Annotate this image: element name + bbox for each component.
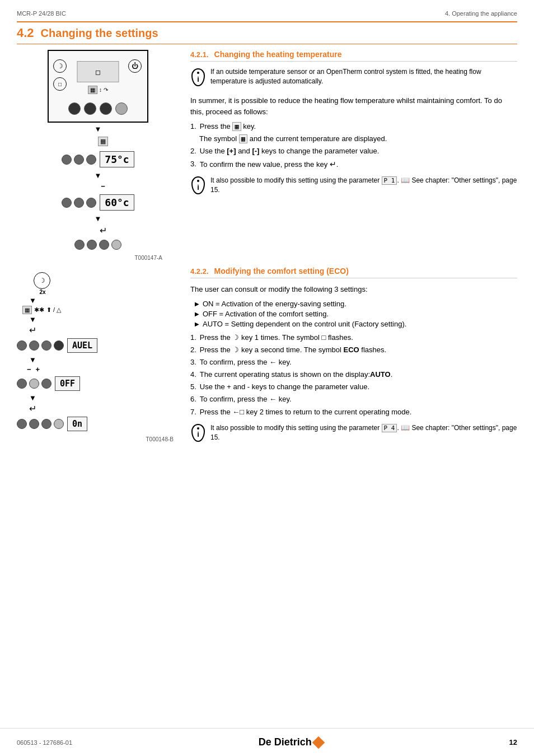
arrow-down-2: ▼ [95, 171, 102, 180]
bar-key-icon: ▦ [98, 137, 108, 146]
bar-symbol-ref: ▦ [239, 134, 247, 143]
header-right: 4. Operating the appliance [445, 10, 517, 17]
arrow-down-3: ▼ [95, 214, 102, 223]
info-icon-2: i [190, 175, 206, 198]
btn-b3 [41, 379, 51, 389]
device-icon-eco: □ [53, 77, 67, 91]
diag-row-temp: 75°c [62, 151, 134, 167]
brand-diamond-icon [312, 736, 325, 749]
subsection-421-title: Changing the heating temperature [214, 50, 342, 59]
brand-name: De Dietrich [259, 736, 312, 748]
info-icon-shape-2: i [191, 176, 205, 194]
step-422-6: 6. To confirm, press the ← key. [190, 394, 517, 404]
btn-8 [87, 240, 97, 250]
display-auel: AUEL [67, 338, 97, 353]
dev-btn-3 [100, 102, 112, 115]
param-key-421: P 1 [382, 176, 397, 185]
bar-sym: ▦ [22, 306, 32, 314]
btn-6 [86, 198, 96, 208]
diag-row-final [74, 240, 121, 250]
info-icon-422: i [190, 423, 206, 445]
diag-row-auel: AUEL [17, 338, 97, 353]
device-buttons-1 [68, 102, 128, 115]
device-icon-2x: ☽ 2x [34, 272, 50, 295]
arrow-sym: ⬆ / △ [46, 306, 61, 314]
diagram-422-group: ☽ 2x ▼ ▦ ✱✱ ⬆ / △ ▼ ↵ [17, 272, 179, 442]
buttons-row-2 [62, 198, 96, 208]
arrow-down-5: ▼ [29, 315, 36, 324]
arrow-down-1: ▼ [95, 125, 102, 133]
buttons-row-3 [74, 240, 121, 250]
bar-key-ref: ▦ [232, 122, 241, 131]
subsection-421-title-bar: 4.2.1. Changing the heating temperature [190, 50, 517, 62]
dev-btn-4 [115, 102, 128, 115]
section-422-text: 4.2.2. Modifying the comfort setting (EC… [179, 267, 517, 451]
info-text-421-2: It also possible to modify this setting … [210, 175, 517, 195]
step-diag-1: ▦ [88, 137, 108, 146]
arrow-icons: ↕ ↷ [99, 87, 108, 93]
info-box-421-1: i If an outside temperature sensor or an… [190, 67, 517, 90]
btn-b1 [17, 379, 27, 389]
device-display-1: □ [77, 61, 119, 82]
device-icon-power: ⏻ [128, 59, 142, 73]
buttons-row-auel [17, 340, 64, 351]
buttons-row-off [17, 379, 51, 389]
buttons-row-on [17, 419, 64, 429]
section-421-wrapper: ☽ □ ⏻ □ ▦ ↕ ↷ [0, 44, 534, 261]
eco-bold: ECO [344, 346, 359, 354]
steps-422: 1. Press the ☽ key 1 times. The symbol □… [190, 333, 517, 417]
btn-a1 [17, 340, 27, 351]
info-box-421-2: i It also possible to modify this settin… [190, 175, 517, 198]
param-key-422: P 4 [382, 424, 397, 432]
dev-btn-1 [68, 102, 81, 115]
section-number: 4.2 [17, 26, 34, 40]
btn-2 [74, 155, 84, 165]
display-on: 0n [67, 417, 87, 431]
btn-10 [111, 240, 121, 250]
info-text-422: It also possible to modify this setting … [210, 423, 517, 442]
section-421-text: 4.2.1. Changing the heating temperature … [179, 50, 517, 261]
footer-doc-number: 060513 - 127686-01 [17, 739, 72, 746]
bullet-list-422: ▶ ON = Activation of the energy-saving s… [195, 300, 517, 328]
bar-icon: ▦ [88, 86, 97, 94]
arrow-down-7: ▼ [29, 394, 36, 402]
info-icon-shape-422: i [191, 424, 205, 442]
step-421-3: 3. To confirm the new value, press the k… [190, 159, 517, 170]
book-icon-422: 📖 [401, 423, 410, 432]
subsection-422-title-bar: 4.2.2. Modifying the comfort setting (EC… [190, 267, 517, 278]
moon-icon-2x: ☽ [34, 272, 50, 289]
btn-c2 [29, 419, 39, 429]
dev-btn-2 [84, 102, 96, 115]
step-422-4: 4. The current operating status is shown… [190, 370, 517, 380]
btn-a2 [29, 340, 39, 351]
info-dot-1 [197, 72, 199, 74]
arrow-down-6: ▼ [29, 356, 36, 364]
diag-row-temp2: 60°c [62, 194, 134, 211]
info-dot-2 [197, 180, 199, 182]
btn-c3 [41, 419, 51, 429]
power-icon: ⏻ [128, 59, 142, 73]
info-dot-422 [197, 427, 199, 430]
btn-5 [74, 198, 84, 208]
diagram-label-422: T000148-B [17, 436, 179, 442]
subsection-422-number: 4.2.2. [190, 267, 209, 276]
steps-421: 1. Press the ▦ key. The symbol ▦ and the… [190, 122, 517, 170]
enter-arrow-row: ↵ [100, 225, 107, 236]
step-421-1: 1. Press the ▦ key. [190, 122, 517, 132]
section-title-bar: 4.2 Changing the settings [17, 21, 517, 44]
asterisk-sym: ✱✱ [34, 306, 44, 314]
section-422-wrapper: ☽ 2x ▼ ▦ ✱✱ ⬆ / △ ▼ ↵ [0, 261, 534, 479]
plus-minus-row: − + [27, 365, 40, 374]
device-icon-timer: ☽ [53, 59, 67, 73]
step-421-2: 2. Use the [+] and [-] keys to change th… [190, 146, 517, 156]
bullet-off: ▶ OFF = Activation of the comfort settin… [195, 310, 517, 318]
subsection-422-title: Modifying the comfort setting (ECO) [214, 267, 349, 276]
step-422-7: 7. Press the ←□ key 2 times to return to… [190, 407, 517, 417]
step-422-3: 3. To confirm, press the ← key. [190, 357, 517, 367]
info-icon-1: i [190, 67, 206, 90]
page-number: 12 [509, 738, 517, 746]
info-box-422: i It also possible to modify this settin… [190, 423, 517, 445]
bullet-on: ▶ ON = Activation of the energy-saving s… [195, 300, 517, 308]
step-422-1: 1. Press the ☽ key 1 times. The symbol □… [190, 333, 517, 343]
symbol-row-422: ▦ ✱✱ ⬆ / △ [22, 306, 61, 314]
